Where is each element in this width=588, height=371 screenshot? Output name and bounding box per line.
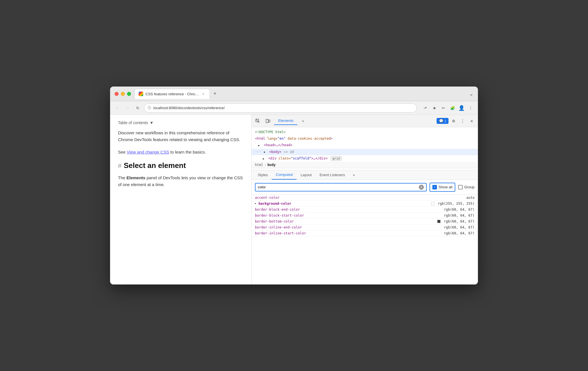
- view-and-change-css-link[interactable]: View and change CSS: [127, 150, 169, 154]
- tab-event-listeners[interactable]: Event Listeners: [316, 171, 349, 179]
- css-prop-background-color[interactable]: ▶ background-color rgb(255, 255, 255): [252, 201, 478, 207]
- grid-badge[interactable]: grid: [331, 156, 342, 161]
- filter-input[interactable]: [258, 185, 417, 189]
- minimize-traffic-light[interactable]: [121, 92, 125, 96]
- border-bottom-color-swatch[interactable]: [437, 220, 441, 223]
- devtools-toolbar: Elements » 💬 1 ⚙ ⋮ ✕: [252, 115, 478, 127]
- toc-chevron-icon[interactable]: ▼: [150, 120, 154, 125]
- properties-panel: Styles Computed Layout Event Listeners »…: [252, 170, 478, 284]
- prop-name-background-color: background-color: [259, 202, 429, 206]
- share-icon[interactable]: ⬏: [421, 104, 429, 112]
- close-traffic-light[interactable]: [115, 92, 119, 96]
- reload-button[interactable]: ↻: [134, 104, 142, 112]
- css-prop-border-inline-end-color[interactable]: border-inline-end-color rgb(60, 64, 67): [252, 225, 478, 230]
- tab-more-props[interactable]: »: [349, 171, 359, 179]
- active-tab[interactable]: CSS features reference - Chro… ×: [134, 89, 210, 99]
- group-area: Group: [458, 185, 475, 189]
- content-area: Table of contents ▼ Discover new workflo…: [110, 115, 478, 284]
- tab-more[interactable]: »: [298, 117, 308, 125]
- toc-header: Table of contents ▼: [118, 120, 243, 125]
- settings-icon[interactable]: ⚙: [450, 117, 458, 125]
- page-content: Table of contents ▼ Discover new workflo…: [110, 115, 252, 284]
- url-bar[interactable]: ⓘ localhost:8080/docs/devtools/css/refer…: [144, 103, 417, 113]
- tab-title: CSS features reference - Chro…: [145, 92, 199, 96]
- tab-computed[interactable]: Computed: [272, 170, 297, 180]
- css-prop-border-block-end-color[interactable]: border-block-end-color rgb(60, 64, 67): [252, 207, 478, 213]
- svg-rect-1: [266, 119, 268, 123]
- prop-value-border-block-end: rgb(60, 64, 67): [444, 208, 475, 212]
- badge-count: 1: [445, 119, 446, 123]
- head-triangle[interactable]: [258, 143, 262, 148]
- expand-background-color-icon[interactable]: ▶: [255, 202, 256, 205]
- group-label: Group: [464, 185, 475, 189]
- css-props-list: accent-color auto ▶ background-color rgb…: [252, 195, 478, 236]
- tab-favicon: [139, 92, 143, 96]
- css-prop-accent-color[interactable]: accent-color auto: [252, 195, 478, 201]
- intro-paragraph: Discover new workflows in this comprehen…: [118, 130, 243, 143]
- css-prop-border-inline-start-color[interactable]: border-inline-start-color rgb(60, 64, 67…: [252, 230, 478, 236]
- show-all-checkbox[interactable]: ✓: [432, 185, 437, 189]
- dots-before: ···: [255, 150, 261, 154]
- dom-line-doctype: <!DOCTYPE html>: [252, 129, 478, 135]
- more-menu-icon[interactable]: ⋮: [467, 104, 475, 112]
- filter-bar: ✕ ✓ Show all Group: [252, 180, 478, 195]
- maximize-traffic-light[interactable]: [127, 92, 131, 96]
- props-tabs: Styles Computed Layout Event Listeners »: [252, 170, 478, 180]
- browser-window: CSS features reference - Chro… × + ⌄ ← →…: [110, 87, 478, 284]
- scissors-icon[interactable]: ✂: [439, 104, 447, 112]
- lock-icon: ⓘ: [148, 105, 151, 110]
- show-all-area: ✓ Show all: [430, 183, 455, 192]
- tab-layout[interactable]: Layout: [297, 171, 316, 179]
- dom-line-div: <div class="scaffold">…</div> grid: [252, 155, 478, 162]
- new-tab-button[interactable]: +: [211, 90, 219, 98]
- profile-icon[interactable]: 👤: [458, 104, 465, 112]
- title-bar-right: ⌄: [469, 91, 473, 97]
- toc-label: Table of contents: [118, 120, 148, 125]
- body-triangle[interactable]: [264, 149, 267, 155]
- tab-styles[interactable]: Styles: [254, 171, 272, 179]
- prop-value-border-block-start: rgb(60, 64, 67): [444, 213, 475, 217]
- device-toolbar-icon[interactable]: [264, 117, 272, 125]
- dom-tree: <!DOCTYPE html> <html lang="en" data-coo…: [252, 127, 478, 170]
- section-hash-icon: #: [118, 162, 121, 170]
- breadcrumb-html[interactable]: html: [255, 163, 263, 167]
- prop-value-border-inline-start: rgb(60, 64, 67): [444, 231, 475, 235]
- notifications-badge[interactable]: 💬 1: [437, 118, 448, 124]
- filter-clear-button[interactable]: ✕: [419, 185, 424, 190]
- prop-name-border-inline-start: border-inline-start-color: [255, 231, 442, 235]
- tab-close-button[interactable]: ×: [201, 92, 206, 96]
- filter-input-wrapper: ✕: [255, 183, 427, 191]
- prop-name-border-bottom: border-bottom-color: [255, 219, 435, 223]
- bookmark-icon[interactable]: ★: [430, 104, 438, 112]
- html-tag[interactable]: <html: [255, 137, 267, 141]
- elements-paragraph: The Elements panel of DevTools lets you …: [118, 174, 243, 188]
- forward-button[interactable]: →: [124, 104, 132, 112]
- para3-prefix: The: [118, 175, 126, 180]
- breadcrumb-body[interactable]: body: [267, 163, 276, 167]
- url-text: localhost:8080/docs/devtools/css/referen…: [153, 106, 225, 110]
- link-para-prefix: See: [118, 150, 127, 154]
- css-prop-border-bottom-color[interactable]: border-bottom-color rgb(60, 64, 67): [252, 219, 478, 225]
- div-triangle[interactable]: [263, 156, 266, 161]
- prop-name-border-block-start: border-block-start-color: [255, 213, 442, 217]
- back-button[interactable]: ←: [113, 104, 121, 112]
- inspect-element-icon[interactable]: [254, 117, 262, 125]
- prop-name-border-inline-end: border-inline-end-color: [255, 225, 442, 229]
- breadcrumbs: html › body: [252, 162, 478, 168]
- css-prop-border-block-start-color[interactable]: border-block-start-color rgb(60, 64, 67): [252, 213, 478, 219]
- link-para-suffix: to learn the basics.: [169, 150, 206, 154]
- breadcrumb-separator: ›: [264, 163, 266, 167]
- background-color-swatch[interactable]: [431, 202, 435, 205]
- tabs-area: CSS features reference - Chro… × +: [134, 89, 466, 99]
- group-checkbox[interactable]: [458, 185, 463, 189]
- chevron-down-icon[interactable]: ⌄: [469, 91, 473, 97]
- elements-bold: Elements: [126, 175, 145, 180]
- more-options-icon[interactable]: ⋮: [459, 117, 467, 125]
- link-paragraph: See View and change CSS to learn the bas…: [118, 149, 243, 156]
- close-devtools-icon[interactable]: ✕: [468, 117, 476, 125]
- tab-elements[interactable]: Elements: [274, 117, 297, 125]
- extensions-icon[interactable]: 🧩: [448, 104, 456, 112]
- prop-value-border-inline-end: rgb(60, 64, 67): [444, 225, 475, 229]
- dom-line-body[interactable]: ··· <body> == $0: [252, 149, 478, 155]
- prop-name-accent-color: accent-color: [255, 196, 464, 200]
